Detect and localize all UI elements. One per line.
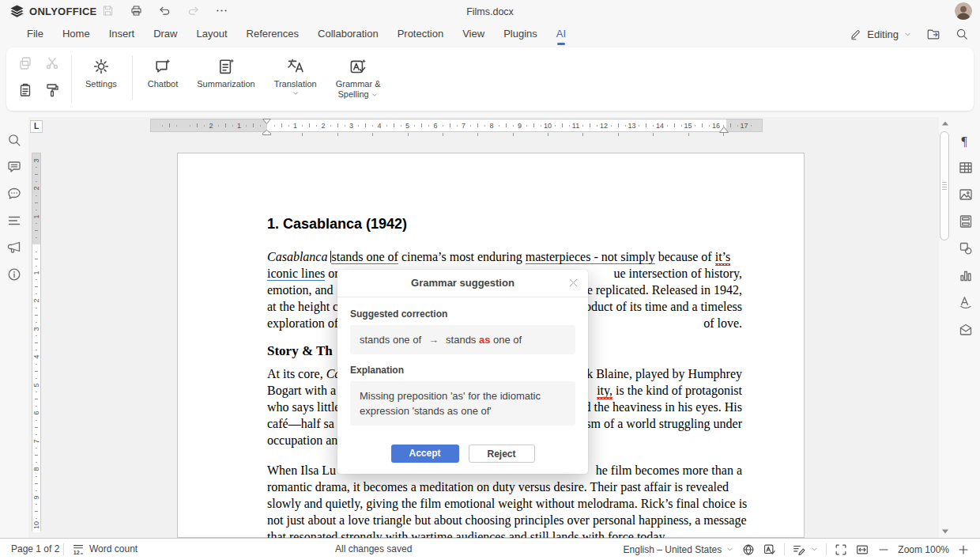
- scroll-down-button[interactable]: [939, 525, 952, 538]
- document-text: who says little: [267, 400, 340, 414]
- tab-plugins[interactable]: Plugins: [494, 22, 547, 46]
- right-indent-marker[interactable]: [719, 126, 729, 133]
- fit-page-icon[interactable]: [834, 543, 848, 557]
- ruler-number: 12: [600, 121, 608, 131]
- about-icon[interactable]: [6, 267, 22, 282]
- chevron-down-icon[interactable]: [726, 545, 734, 554]
- mode-selector[interactable]: Editing: [850, 28, 912, 40]
- copy-button[interactable]: [17, 55, 33, 71]
- first-line-indent-marker[interactable]: [262, 119, 271, 124]
- ruler-number: 9: [518, 121, 522, 131]
- ruler-mark: [176, 125, 177, 127]
- tab-collaboration[interactable]: Collaboration: [308, 22, 388, 46]
- ruler-mark: [618, 123, 619, 127]
- chat-icon[interactable]: [6, 186, 22, 202]
- ruler-number: 1: [237, 121, 241, 131]
- tab-layout[interactable]: Layout: [187, 22, 237, 46]
- grammar-suggestion-dialog: Grammar suggestion Suggested correction …: [337, 270, 588, 474]
- document-text: café—half sa: [267, 417, 334, 430]
- toolbar-button-summarization[interactable]: Summarization: [187, 52, 264, 103]
- line-text: not just about a love triangle but about…: [267, 512, 747, 528]
- line-text-right: ity, is the kind of protagonist: [597, 382, 742, 399]
- search-icon[interactable]: [6, 132, 22, 148]
- toolbar-button-translation[interactable]: Translation: [265, 52, 326, 103]
- spellcheck-icon[interactable]: [763, 543, 777, 557]
- tab-references[interactable]: References: [237, 22, 308, 46]
- arrow: →: [428, 334, 439, 346]
- ruler-number: 10: [544, 121, 552, 131]
- correction-preview: stands one of→stands as one of: [350, 325, 575, 354]
- toolbar-button-chatbot[interactable]: Chatbot: [138, 52, 188, 103]
- ruler-mark: [408, 133, 409, 136]
- zoom-out-icon[interactable]: [876, 543, 891, 557]
- tab-draw[interactable]: Draw: [144, 22, 187, 46]
- tab-stop-selector[interactable]: L: [30, 120, 43, 133]
- ruler-mark: [35, 286, 38, 287]
- search-icon[interactable]: [955, 27, 969, 41]
- vertical-scrollbar[interactable]: [939, 117, 952, 538]
- page-indicator[interactable]: Page 1 of 2: [11, 539, 59, 560]
- word-count-label[interactable]: Word count: [89, 539, 138, 560]
- feedback-icon[interactable]: [6, 240, 22, 255]
- chart-settings-icon[interactable]: [958, 267, 974, 283]
- tab-ai[interactable]: AI: [547, 22, 575, 46]
- image-settings-icon[interactable]: [958, 187, 974, 202]
- close-icon[interactable]: [567, 277, 579, 289]
- cut-button[interactable]: [44, 55, 60, 71]
- tab-file[interactable]: File: [17, 22, 53, 46]
- dialog-header[interactable]: Grammar suggestion: [337, 270, 588, 297]
- reject-button[interactable]: Reject: [469, 445, 535, 463]
- shape-settings-icon[interactable]: [958, 240, 974, 256]
- header-footer-settings-icon[interactable]: [958, 214, 974, 229]
- ruler-mark: [169, 123, 170, 127]
- ruler-mark: [737, 125, 738, 127]
- vertical-ruler[interactable]: 12312345678910: [32, 153, 41, 532]
- dialog-body: Suggested correction stands one of→stand…: [337, 297, 588, 426]
- toolbar-button-grammar-spelling[interactable]: Grammar &Spelling: [326, 52, 390, 103]
- zoom-level[interactable]: Zoom 100%: [898, 544, 949, 555]
- format-painter-button[interactable]: [44, 82, 60, 98]
- tab-view[interactable]: View: [453, 22, 494, 46]
- set-document-language-icon[interactable]: [741, 543, 756, 557]
- zoom-in-icon[interactable]: [956, 543, 971, 557]
- navigation-icon[interactable]: [6, 213, 22, 229]
- chevron-down-icon: [903, 30, 912, 39]
- tab-home[interactable]: Home: [53, 22, 100, 46]
- avatar[interactable]: [955, 2, 972, 20]
- language-selector[interactable]: English – United States: [624, 544, 722, 555]
- paragraph-settings-icon[interactable]: ¶: [958, 133, 974, 149]
- comments-icon[interactable]: [6, 159, 22, 175]
- left-indent-marker[interactable]: [262, 130, 271, 138]
- ruler-number: 8: [32, 465, 40, 473]
- fit-width-icon[interactable]: [855, 543, 869, 557]
- accept-button[interactable]: Accept: [391, 445, 459, 463]
- table-settings-icon[interactable]: [958, 160, 974, 176]
- text-art-settings-icon[interactable]: [958, 294, 974, 310]
- ruler-number: 4: [32, 353, 40, 361]
- toolbar-button-settings[interactable]: Settings: [76, 52, 126, 103]
- ruler-mark: [590, 123, 590, 127]
- line-text-left: occupation an: [267, 432, 337, 448]
- word-count-icon[interactable]: 12: [71, 543, 85, 557]
- document-text: Casablanca: [267, 250, 330, 263]
- ruler-mark: [582, 125, 583, 127]
- chevron-down-icon[interactable]: [810, 545, 819, 554]
- tab-insert[interactable]: Insert: [100, 22, 145, 46]
- scroll-up-button[interactable]: [939, 117, 952, 130]
- mail-merge-icon[interactable]: [958, 321, 974, 337]
- toolbar-button-label: Chatbot: [148, 79, 179, 89]
- line-text-right: ue intersection of history,: [614, 265, 742, 282]
- toolbar-button-label: Settings: [85, 79, 117, 89]
- ruler-number: 17: [740, 121, 748, 131]
- scrollbar-thumb[interactable]: [940, 131, 949, 240]
- horizontal-ruler[interactable]: 121234567891011121314151617: [150, 119, 763, 132]
- ruler-mark: [611, 125, 612, 127]
- ruler-mark: [36, 279, 37, 280]
- paste-button[interactable]: [17, 82, 33, 98]
- ruler-mark: [36, 181, 37, 182]
- ruler-mark: [35, 511, 38, 512]
- track-changes-icon[interactable]: [792, 543, 806, 557]
- open-file-location-icon[interactable]: [926, 27, 940, 41]
- ruler-mark: [36, 293, 37, 294]
- tab-protection[interactable]: Protection: [388, 22, 454, 46]
